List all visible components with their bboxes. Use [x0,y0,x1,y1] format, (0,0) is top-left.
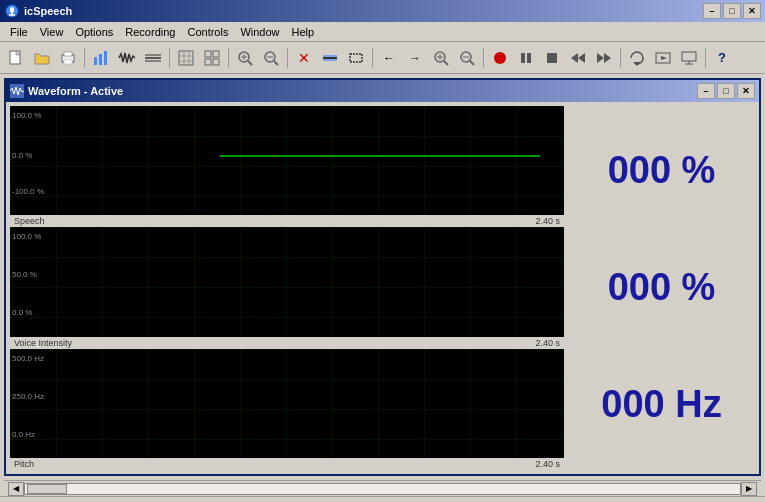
svg-rect-33 [350,54,362,62]
zoom-out2-button[interactable] [455,46,479,70]
svg-rect-7 [64,52,72,56]
pitch-chart-label: Pitch 2.40 s [10,458,564,470]
svg-line-25 [248,61,252,65]
voice-intensity-chart-svg: 100.0 % 50.0 % 0.0 % [10,227,564,336]
waveform-title-bar: Waveform - Active – □ ✕ [6,80,759,102]
play-button[interactable] [651,46,675,70]
app-icon [4,3,20,19]
toolbar-sep-3 [228,48,229,68]
speech-value: 000 % [608,150,716,192]
pitch-chart-container: 500.0 Hz 250.0 Hz 0.0 Hz Pitch 2.40 s [10,349,564,470]
minimize-button[interactable]: – [703,3,721,19]
svg-rect-61 [10,227,564,336]
menu-file[interactable]: File [4,24,34,40]
svg-rect-42 [521,53,525,63]
svg-rect-23 [213,59,219,65]
scroll-right-button[interactable]: → [403,46,427,70]
scroll-right-arrow[interactable]: ▶ [741,482,757,496]
menu-window[interactable]: Window [234,24,285,40]
svg-text:50.0 %: 50.0 % [12,270,37,279]
pitch-chart[interactable]: 500.0 Hz 250.0 Hz 0.0 Hz [10,349,564,458]
pitch-time: 2.40 s [535,459,560,469]
toolbar-sep-5 [372,48,373,68]
svg-marker-46 [578,53,585,63]
waveform-icon [10,84,24,98]
waveform-content: 100.0 % 0.0 % -100.0 % Speech 2.40 s [6,102,759,474]
waveform1-button[interactable] [115,46,139,70]
svg-rect-21 [213,51,219,57]
voice-intensity-time: 2.40 s [535,338,560,348]
scroll-left-button[interactable]: ← [377,46,401,70]
menu-view[interactable]: View [34,24,70,40]
charts-area: 100.0 % 0.0 % -100.0 % Speech 2.40 s [6,102,564,474]
toolbar-sep-7 [620,48,621,68]
voice-intensity-label: Voice Intensity [14,338,72,348]
spectrogram-button[interactable] [174,46,198,70]
select-all-button[interactable] [318,46,342,70]
fast-forward-button[interactable] [592,46,616,70]
svg-marker-45 [571,53,578,63]
waveform-maximize-button[interactable]: □ [717,83,735,99]
svg-text:0.0 %: 0.0 % [12,308,32,317]
bar-chart-button[interactable] [89,46,113,70]
voice-intensity-chart[interactable]: 100.0 % 50.0 % 0.0 % [10,227,564,336]
svg-rect-22 [205,59,211,65]
cut-button[interactable]: ✕ [292,46,316,70]
svg-text:0.0 Hz: 0.0 Hz [12,430,35,439]
record-button[interactable] [488,46,512,70]
toolbar-sep-2 [169,48,170,68]
svg-rect-65 [10,349,564,458]
waveform2-button[interactable] [141,46,165,70]
toolbar: ✕ ← → ? [0,42,765,74]
stop-button[interactable] [540,46,564,70]
menu-controls[interactable]: Controls [181,24,234,40]
svg-marker-48 [597,53,604,63]
close-button[interactable]: ✕ [743,3,761,19]
scrollbar-track[interactable] [24,483,741,495]
svg-rect-52 [682,52,696,61]
pitch-value: 000 Hz [601,384,721,426]
grid-button[interactable] [200,46,224,70]
svg-text:500.0 Hz: 500.0 Hz [12,354,44,363]
scroll-left-arrow[interactable]: ◀ [8,482,24,496]
waveform-window: Waveform - Active – □ ✕ [4,78,761,476]
toolbar-sep-1 [84,48,85,68]
waveform-close-button[interactable]: ✕ [737,83,755,99]
pitch-chart-svg: 500.0 Hz 250.0 Hz 0.0 Hz [10,349,564,458]
svg-rect-56 [10,106,564,215]
speech-chart[interactable]: 100.0 % 0.0 % -100.0 % [10,106,564,215]
toolbar-sep-8 [705,48,706,68]
rewind-button[interactable] [566,46,590,70]
open-file-button[interactable] [30,46,54,70]
svg-rect-10 [99,54,102,65]
monitor-button[interactable] [677,46,701,70]
zoom-out-button[interactable] [259,46,283,70]
menu-recording[interactable]: Recording [119,24,181,40]
svg-rect-4 [10,51,20,64]
waveform-minimize-button[interactable]: – [697,83,715,99]
voice-intensity-chart-label: Voice Intensity 2.40 s [10,337,564,349]
waveform-window-title: Waveform - Active [28,85,123,97]
menu-options[interactable]: Options [69,24,119,40]
waveform-title-buttons: – □ ✕ [697,83,755,99]
menu-help[interactable]: Help [286,24,321,40]
scrollbar-thumb[interactable] [27,484,67,494]
maximize-button[interactable]: □ [723,3,741,19]
loop-button[interactable] [625,46,649,70]
svg-marker-51 [661,56,667,60]
toolbar-sep-6 [483,48,484,68]
select-region-button[interactable] [344,46,368,70]
svg-rect-11 [104,51,107,65]
pause-button[interactable] [514,46,538,70]
zoom-in-button[interactable] [429,46,453,70]
new-file-button[interactable] [4,46,28,70]
svg-line-29 [274,61,278,65]
voice-intensity-chart-container: 100.0 % 50.0 % 0.0 % Voice Intensity 2.4… [10,227,564,348]
help-button[interactable]: ? [710,46,734,70]
zoom-fit-button[interactable] [233,46,257,70]
toolbar-sep-4 [287,48,288,68]
svg-rect-9 [94,57,97,65]
svg-rect-1 [10,7,14,13]
svg-rect-43 [527,53,531,63]
print-button[interactable] [56,46,80,70]
